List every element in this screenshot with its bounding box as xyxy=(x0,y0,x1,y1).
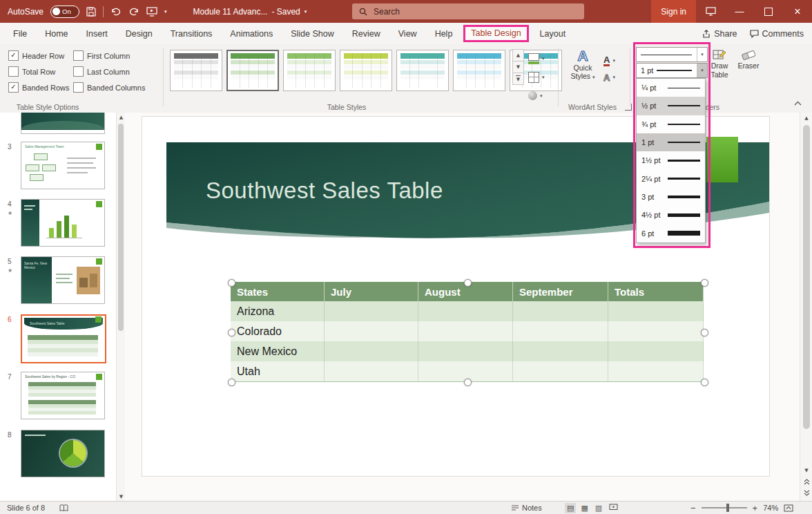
selection-handle-middle-right[interactable] xyxy=(701,329,708,336)
scroll-down-icon[interactable]: ▼ xyxy=(800,465,812,476)
table-cell[interactable] xyxy=(418,321,513,341)
slide-sorter-view-icon[interactable]: ▦ xyxy=(579,503,590,513)
document-title[interactable]: Module 11 Advanc... - Saved ▾ xyxy=(193,7,307,17)
scroll-up-icon[interactable]: ▲ xyxy=(800,113,812,124)
table-cell[interactable]: Arizona xyxy=(231,301,325,321)
checkbox-header-row[interactable]: ✓ Header Row xyxy=(8,50,64,61)
fit-slide-to-window-icon[interactable] xyxy=(784,504,793,512)
search-box[interactable] xyxy=(352,3,584,19)
selection-handle-bottom-left[interactable] xyxy=(228,379,235,386)
selection-handle-top-center[interactable] xyxy=(464,279,472,287)
checkbox-first-column[interactable]: First Column xyxy=(73,50,130,61)
table-style-thumbnail-2-selected[interactable] xyxy=(226,50,279,91)
collapse-ribbon-icon[interactable] xyxy=(794,101,802,106)
pen-weight-option-4-half-pt[interactable]: 4½ pt xyxy=(637,206,705,224)
previous-slide-icon[interactable] xyxy=(800,476,812,487)
table-header-cell[interactable]: Totals xyxy=(608,282,704,301)
pen-weight-option-2-quarter-pt[interactable]: 2¼ pt xyxy=(637,170,705,188)
maximize-button[interactable] xyxy=(754,0,783,23)
slide-title[interactable]: Southwest Sales Table xyxy=(206,178,443,204)
thumbnail-panel-scrollbar[interactable]: ▲ ▼ xyxy=(116,113,126,501)
zoom-slider-thumb[interactable] xyxy=(726,504,729,512)
pen-style-combo[interactable]: ▾ xyxy=(636,47,708,62)
search-input[interactable] xyxy=(372,6,548,17)
selection-handle-middle-left[interactable] xyxy=(228,329,235,336)
zoom-in-icon[interactable]: + xyxy=(753,503,758,513)
pen-weight-dropdown-icon[interactable]: ▾ xyxy=(697,64,707,77)
share-button[interactable]: Share xyxy=(702,29,737,39)
comments-button[interactable]: Comments xyxy=(750,29,804,39)
thumbnail-slide-8[interactable] xyxy=(21,430,105,477)
minimize-button[interactable]: — xyxy=(725,0,754,23)
checkbox-banded-rows[interactable]: ✓ Banded Rows xyxy=(8,82,70,93)
quick-access-toolbar-chevron[interactable]: ▾ xyxy=(164,9,167,15)
table-style-thumbnail-3[interactable] xyxy=(283,50,336,91)
autosave-toggle[interactable]: On xyxy=(50,6,79,18)
scrollbar-thumb[interactable] xyxy=(118,124,124,331)
draw-table-button[interactable]: Draw Table xyxy=(706,48,733,79)
notes-button[interactable]: Notes xyxy=(511,502,542,514)
undo-icon[interactable] xyxy=(110,7,122,16)
reading-view-icon[interactable]: ▥ xyxy=(593,503,604,513)
checkbox-total-row[interactable]: Total Row xyxy=(8,66,55,77)
redo-icon[interactable] xyxy=(128,7,139,16)
table-header-cell[interactable]: July xyxy=(325,282,418,301)
table-style-thumbnail-6[interactable] xyxy=(453,50,505,91)
pen-weight-option-1-pt[interactable]: 1 pt xyxy=(637,133,705,151)
thumbnail-slide-5[interactable]: Santa Fe, New Mexico xyxy=(21,256,105,304)
gallery-scroll-up-icon[interactable]: ▲ xyxy=(512,49,524,61)
border-styles-button[interactable]: ▾ xyxy=(528,68,545,86)
save-icon[interactable] xyxy=(86,7,96,17)
table-cell[interactable]: Colorado xyxy=(231,321,325,341)
table-cell[interactable] xyxy=(418,301,513,321)
tab-animations[interactable]: Animations xyxy=(221,23,282,44)
text-fill-button[interactable]: A▾ xyxy=(603,53,615,69)
next-slide-icon[interactable] xyxy=(800,487,812,498)
pen-weight-option-3-pt[interactable]: 3 pt xyxy=(637,188,705,206)
tab-help[interactable]: Help xyxy=(426,23,462,44)
start-from-beginning-icon[interactable] xyxy=(146,7,157,17)
gallery-scroll-down-icon[interactable]: ▼ xyxy=(512,61,524,73)
accessibility-checker-icon[interactable] xyxy=(59,502,68,514)
table-cell[interactable] xyxy=(325,341,418,361)
table-style-thumbnail-5[interactable] xyxy=(396,50,449,91)
table-cell[interactable] xyxy=(513,321,608,341)
table-cell[interactable] xyxy=(513,301,608,321)
pen-weight-option-three-quarter-pt[interactable]: ¾ pt xyxy=(637,115,705,133)
selection-handle-top-left[interactable] xyxy=(228,279,235,287)
tab-home[interactable]: Home xyxy=(36,23,77,44)
pen-style-dropdown-icon[interactable]: ▾ xyxy=(697,48,707,61)
pen-weight-combo[interactable]: 1 pt ▾ xyxy=(636,63,708,78)
zoom-level[interactable]: 74% xyxy=(763,504,778,512)
effects-button[interactable]: ▾ xyxy=(528,86,545,105)
pen-weight-option-half-pt[interactable]: ½ pt xyxy=(637,97,705,115)
table-cell[interactable] xyxy=(608,341,704,361)
table-style-thumbnail-1[interactable] xyxy=(170,50,222,91)
table-cell[interactable] xyxy=(325,301,418,321)
quick-styles-button[interactable]: A Quick Styles ▾ xyxy=(565,48,601,82)
tab-review[interactable]: Review xyxy=(343,23,389,44)
scrollbar-thumb[interactable] xyxy=(803,125,810,429)
zoom-out-icon[interactable]: − xyxy=(690,503,696,513)
table-cell[interactable] xyxy=(325,361,418,381)
tab-view[interactable]: View xyxy=(389,23,426,44)
thumbnail-slide-2-partial[interactable] xyxy=(21,113,105,134)
canvas-scrollbar[interactable]: ▲ ▼ xyxy=(800,113,812,501)
gallery-more-icon[interactable]: ▼ xyxy=(512,73,524,85)
slideshow-view-icon[interactable] xyxy=(607,503,620,513)
table-cell[interactable] xyxy=(608,301,704,321)
table-cell[interactable] xyxy=(418,341,513,361)
sign-in-button[interactable]: Sign in xyxy=(651,0,696,23)
close-button[interactable]: × xyxy=(783,0,812,23)
zoom-slider[interactable] xyxy=(702,507,747,508)
table-style-thumbnail-4[interactable] xyxy=(340,50,392,91)
slide-table[interactable]: States July August September Totals Ariz… xyxy=(231,282,704,382)
tab-table-design-active[interactable]: Table Design xyxy=(463,25,528,42)
table-cell[interactable] xyxy=(608,361,704,381)
slide-counter[interactable]: Slide 6 of 8 xyxy=(7,502,45,514)
tab-file[interactable]: File xyxy=(4,23,36,44)
thumbnail-slide-4[interactable] xyxy=(21,199,105,247)
table-cell[interactable] xyxy=(608,321,704,341)
checkbox-last-column[interactable]: Last Column xyxy=(73,66,130,77)
table-cell[interactable]: New Mexico xyxy=(231,341,325,361)
